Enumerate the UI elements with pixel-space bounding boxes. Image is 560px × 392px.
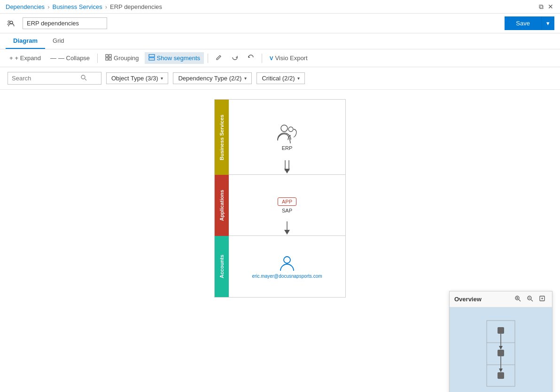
node-sap[interactable]: APP SAP bbox=[278, 197, 296, 213]
critical-chevron: ▾ bbox=[297, 76, 300, 81]
grouping-icon bbox=[105, 54, 112, 62]
toolbar-separator-2 bbox=[208, 54, 208, 63]
swimlane-labels: Business Services Applications Accounts bbox=[215, 100, 229, 297]
sap-app-box: APP bbox=[278, 197, 296, 206]
svg-line-19 bbox=[519, 300, 521, 302]
label-accounts: Accounts bbox=[215, 236, 229, 297]
label-business-services: Business Services bbox=[215, 100, 229, 175]
refresh-icon bbox=[232, 54, 238, 62]
erp-icon bbox=[276, 124, 298, 143]
title-icon bbox=[6, 18, 17, 29]
object-type-filter[interactable]: Object Type (3/3) ▾ bbox=[106, 72, 168, 84]
breadcrumb-sep-2: › bbox=[105, 3, 107, 10]
grouping-label: Grouping bbox=[114, 55, 139, 62]
dependency-type-chevron: ▾ bbox=[244, 76, 247, 81]
dependency-type-label: Dependency Type (2/2) bbox=[178, 75, 241, 82]
critical-label: Critical (2/2) bbox=[262, 75, 295, 82]
svg-rect-6 bbox=[149, 55, 155, 57]
swimlane-diagram: Business Services Applications Accounts bbox=[214, 99, 346, 298]
svg-rect-3 bbox=[109, 55, 111, 57]
object-type-label: Object Type (3/3) bbox=[111, 75, 158, 82]
overview-zoom-in[interactable] bbox=[513, 294, 523, 304]
search-icon bbox=[80, 74, 87, 82]
overview-fit[interactable] bbox=[537, 294, 547, 304]
top-bar-right: ⧉ ✕ bbox=[537, 3, 554, 10]
visio-icon: V bbox=[270, 55, 273, 61]
restore-button[interactable]: ⧉ bbox=[537, 3, 545, 10]
show-segments-icon bbox=[148, 54, 155, 62]
overview-canvas bbox=[450, 307, 552, 392]
svg-line-23 bbox=[531, 300, 533, 302]
save-dropdown-button[interactable]: ▾ bbox=[541, 16, 554, 30]
undo-button[interactable] bbox=[244, 52, 258, 64]
overview-panel: Overview bbox=[449, 291, 552, 392]
expand-icon: + bbox=[9, 55, 13, 62]
breadcrumb-sep-1: › bbox=[47, 3, 49, 10]
toolbar: + + Expand — — Collapse Grouping Show se… bbox=[0, 49, 560, 67]
show-segments-button[interactable]: Show segments bbox=[145, 52, 204, 64]
breadcrumb-dependencies[interactable]: Dependencies bbox=[6, 3, 45, 10]
svg-marker-14 bbox=[284, 169, 290, 173]
object-type-chevron: ▾ bbox=[161, 76, 163, 81]
node-erp[interactable]: ERP bbox=[276, 124, 298, 151]
breadcrumb: Dependencies › Business Services › ERP d… bbox=[6, 3, 162, 10]
arrow-apps-to-accounts bbox=[282, 221, 292, 235]
svg-point-1 bbox=[8, 21, 10, 23]
title-row: Save ▾ bbox=[0, 14, 560, 33]
visio-export-label: Visio Export bbox=[275, 55, 307, 62]
user-account-icon bbox=[280, 255, 295, 272]
svg-rect-32 bbox=[498, 350, 504, 356]
svg-point-11 bbox=[288, 127, 293, 132]
overview-header: Overview bbox=[450, 291, 552, 307]
svg-point-8 bbox=[81, 75, 85, 79]
overview-zoom-out[interactable] bbox=[525, 294, 535, 304]
svg-rect-29 bbox=[498, 327, 504, 334]
window-controls: ⧉ ✕ bbox=[537, 3, 554, 10]
search-box[interactable] bbox=[8, 72, 101, 85]
top-bar: Dependencies › Business Services › ERP d… bbox=[0, 0, 560, 14]
swimlane-row-applications: APP SAP bbox=[229, 175, 345, 236]
toolbar-separator-1 bbox=[97, 54, 98, 63]
svg-rect-35 bbox=[498, 372, 504, 379]
filter-bar: Object Type (3/3) ▾ Dependency Type (2/2… bbox=[0, 67, 560, 90]
dependency-type-filter[interactable]: Dependency Type (2/2) ▾ bbox=[173, 72, 252, 84]
undo-icon bbox=[248, 54, 254, 62]
breadcrumb-business-services[interactable]: Business Services bbox=[52, 3, 102, 10]
svg-line-9 bbox=[85, 79, 87, 81]
label-applications: Applications bbox=[215, 175, 229, 236]
tab-bar: Diagram Grid bbox=[0, 33, 560, 49]
close-button[interactable]: ✕ bbox=[547, 3, 554, 10]
sap-label: SAP bbox=[282, 208, 292, 213]
save-button[interactable]: Save bbox=[505, 16, 541, 30]
arrow-business-to-apps bbox=[282, 160, 292, 174]
svg-rect-7 bbox=[149, 58, 155, 60]
show-segments-label: Show segments bbox=[157, 55, 201, 62]
collapse-button[interactable]: — — Collapse bbox=[47, 53, 93, 63]
collapse-label: — Collapse bbox=[58, 55, 90, 62]
svg-rect-2 bbox=[106, 55, 108, 57]
svg-marker-34 bbox=[499, 368, 503, 372]
node-user[interactable]: eric.mayer@docusnapsports.com bbox=[252, 255, 322, 279]
expand-button[interactable]: + + Expand bbox=[6, 53, 45, 63]
svg-point-17 bbox=[284, 257, 290, 263]
swimlane-row-business: ERP bbox=[229, 100, 345, 175]
save-group: Save ▾ bbox=[505, 16, 554, 30]
visio-export-button[interactable]: V Visio Export bbox=[266, 53, 311, 63]
swimlane-row-accounts: eric.mayer@docusnapsports.com bbox=[229, 236, 345, 297]
svg-rect-5 bbox=[109, 58, 111, 60]
critical-filter[interactable]: Critical (2/2) ▾ bbox=[257, 72, 305, 84]
user-label: eric.mayer@docusnapsports.com bbox=[252, 274, 322, 279]
collapse-icon: — bbox=[50, 55, 56, 62]
title-input[interactable] bbox=[23, 17, 107, 29]
expand-label: + Expand bbox=[15, 55, 41, 62]
search-input[interactable] bbox=[12, 75, 78, 82]
svg-point-10 bbox=[281, 125, 288, 132]
erp-label: ERP bbox=[282, 145, 293, 151]
tab-diagram[interactable]: Diagram bbox=[6, 33, 45, 49]
overview-mini-diagram bbox=[482, 316, 520, 391]
grouping-button[interactable]: Grouping bbox=[101, 52, 142, 64]
refresh-button[interactable] bbox=[228, 52, 242, 64]
tab-grid[interactable]: Grid bbox=[45, 33, 72, 49]
edit-icon bbox=[216, 54, 222, 62]
edit-button[interactable] bbox=[212, 52, 226, 64]
